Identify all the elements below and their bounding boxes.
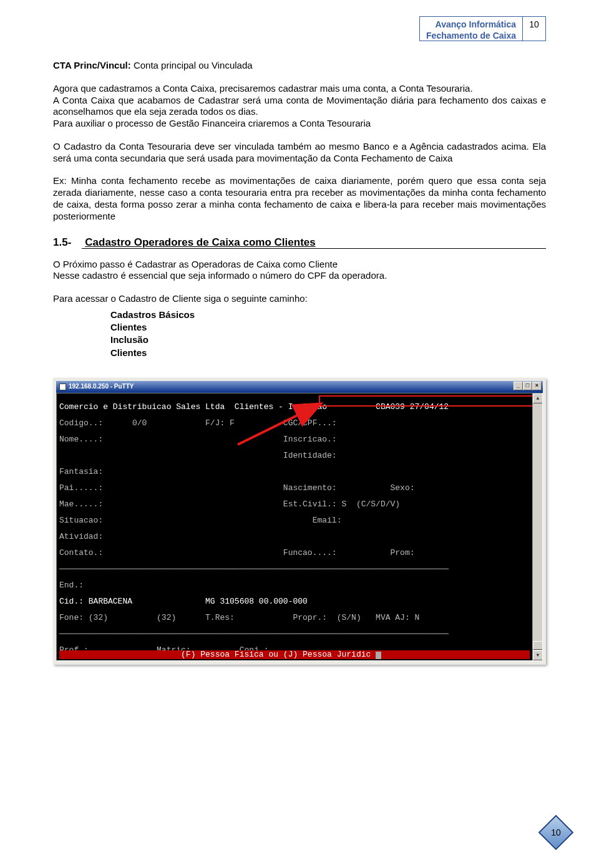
scroll-up-button[interactable]: ▲ [533,393,543,403]
term-header-line: Comercio e Distribuicao Sales Ltda Clien… [59,403,530,411]
page-footer-diamond: 10 [538,814,574,851]
scroll-down-button[interactable]: ▼ [533,650,543,660]
path-item: Clientes [110,321,546,334]
term-row: Cid.: BARBACENA MG 3105608 00.000-000 [59,597,530,605]
scroll-thumb[interactable] [533,641,543,650]
paragraph-7: Nesse cadastro é essencial que seja info… [53,270,546,282]
document-header: Avanço Informática Fechamento de Caixa 1… [419,16,546,41]
putty-window: 192.168.0.250 - PuTTY _ □ × Comercio e D… [53,378,546,665]
term-status-line: (F) Pessoa Fisica ou (J) Pessoa Juridic [59,650,530,659]
terminal-content: Comercio e Distribuicao Sales Ltda Clien… [59,395,530,661]
terminal-screen: Comercio e Distribuicao Sales Ltda Clien… [56,393,543,661]
section-number: 1.5- [53,236,71,248]
minimize-button[interactable]: _ [514,382,523,390]
paragraph-5: Ex: Minha conta fechamento recebe as mov… [53,175,546,222]
section-heading: 1.5-Cadastro Operadores de Caixa como Cl… [53,236,546,249]
term-row: Nome....: Inscricao.: [59,435,530,443]
cta-line: CTA Princ/Vincul: Conta principal ou Vin… [53,60,546,72]
putty-icon [59,383,66,390]
paragraph-4: O Cadastro da Conta Tesouraria deve ser … [53,141,546,165]
section-title-text: Cadastro Operadores de Caixa como Client… [85,236,315,248]
cta-value: Conta principal ou Vinculada [134,60,253,70]
path-item: Cadastros Básicos [110,309,546,321]
term-separator: ────────────────────────────────────────… [59,565,530,573]
menu-path-list: Cadastros Básicos Clientes Inclusão Clie… [110,309,546,359]
page-number-top: 10 [523,17,545,41]
paragraph-1: Agora que cadastramos a Conta Caixa, pre… [53,83,546,95]
term-row: Mae.....: Est.Civil.: S (C/S/D/V) [59,500,530,508]
term-row: Pai.....: Nascimento: Sexo: [59,484,530,492]
scrollbar[interactable]: ▲ ▼ [532,393,542,660]
term-row: Codigo..: 0/0 F/J: F CGC/CPF...: [59,419,530,427]
header-line-2: Fechamento de Caixa [426,31,516,42]
term-row: Situacao: Email: [59,516,530,524]
paragraph-6: O Próximo passo é Cadastrar as Operadora… [53,259,546,271]
header-line-1: Avanço Informática [426,19,516,31]
maximize-button[interactable]: □ [523,382,532,390]
term-separator: ────────────────────────────────────────… [59,630,530,638]
close-button[interactable]: × [532,382,542,390]
paragraph-3: Para auxiliar o processo de Gestão Finan… [53,118,546,130]
term-row: Atividad: [59,533,530,541]
term-row: Identidade: [59,451,530,460]
window-title: 192.168.0.250 - PuTTY [69,383,134,391]
paragraph-2: A Conta Caixa que acabamos de Cadastrar … [53,95,546,118]
cursor-icon [376,652,381,659]
term-row: End.: [59,581,530,589]
paragraph-8: Para acessar o Cadastro de Cliente siga … [53,293,546,305]
window-titlebar: 192.168.0.250 - PuTTY _ □ × [56,381,543,393]
path-item: Clientes [110,347,546,359]
term-row: Fone: (32) (32) T.Res: Propr.: (S/N) MVA… [59,614,530,622]
term-row: Fantasia: [59,468,530,476]
cta-label: CTA Princ/Vincul: [53,60,131,70]
page-number-bottom: 10 [538,827,574,837]
path-item: Inclusão [110,334,546,346]
term-row: Contato.: Funcao....: Prom: [59,549,530,557]
